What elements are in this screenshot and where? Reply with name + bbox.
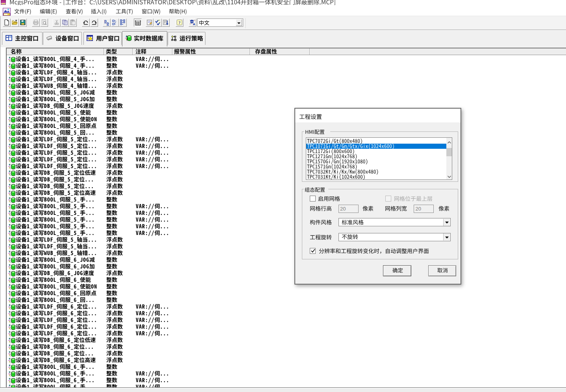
svg-text:MCGS: MCGS [1,2,6,5]
svg-text:A: A [193,22,195,26]
svg-text:?: ? [178,20,181,25]
svg-text:D: D [107,22,109,26]
